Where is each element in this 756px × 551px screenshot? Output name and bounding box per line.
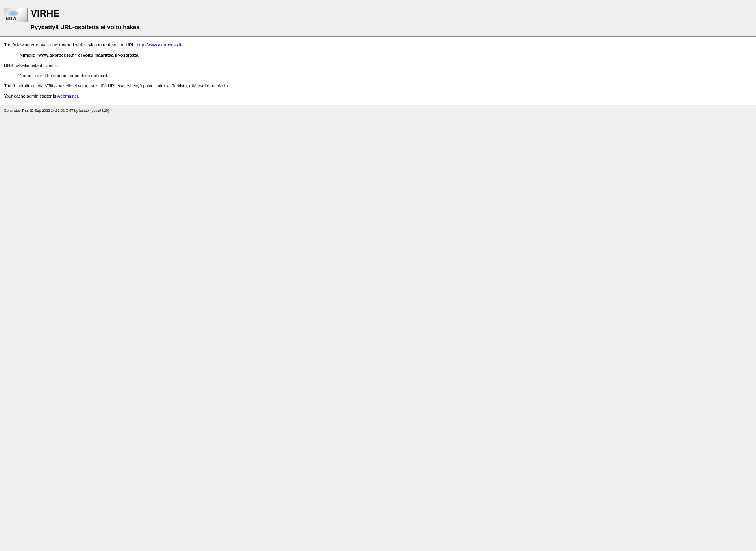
error-footer: Generated Thu, 22 Sep 2022 14:31:02 GMT … bbox=[0, 105, 756, 116]
failed-url-link[interactable]: http://www.axprocess.fi/ bbox=[137, 43, 183, 47]
error-detail-text: Nimelle "www.axprocess.fi" ei voitu määr… bbox=[20, 53, 752, 57]
header-text-container: VIRHE Pyydettyä URL-osoitetta ei voitu h… bbox=[31, 8, 140, 30]
squid-now-icon bbox=[4, 8, 28, 22]
error-header: VIRHE Pyydettyä URL-osoitetta ei voitu h… bbox=[0, 0, 756, 36]
error-intro-text: The following error was encountered whil… bbox=[4, 43, 752, 47]
admin-prefix: Your cache administrator is bbox=[4, 94, 57, 98]
error-explanation: Tämä tarkoittaa, että Välityspalvelin ei… bbox=[4, 83, 752, 88]
generated-timestamp: Generated Thu, 22 Sep 2022 14:31:02 GMT … bbox=[4, 109, 752, 113]
intro-text: The following error was encountered whil… bbox=[4, 43, 137, 47]
dns-message-label: DNS-palvelin palautti viestin: bbox=[4, 63, 752, 68]
webmaster-link[interactable]: webmaster bbox=[57, 94, 78, 98]
error-subtitle: Pyydettyä URL-osoitetta ei voitu hakea bbox=[31, 24, 140, 30]
admin-info-text: Your cache administrator is webmaster. bbox=[4, 94, 752, 98]
error-title: VIRHE bbox=[31, 8, 140, 19]
admin-period: . bbox=[78, 94, 80, 98]
dns-error-text: Name Error: The domain name does not exi… bbox=[20, 73, 752, 78]
error-content: The following error was encountered whil… bbox=[0, 37, 756, 104]
